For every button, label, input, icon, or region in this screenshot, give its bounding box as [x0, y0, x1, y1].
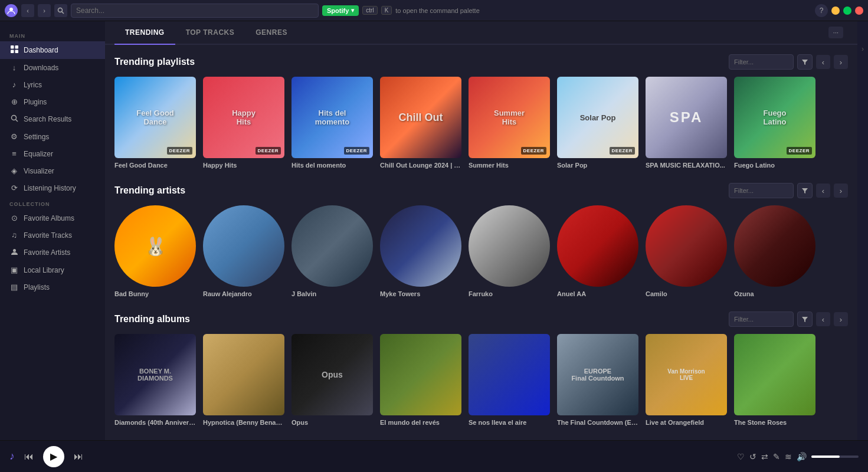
equalizer-player-icon[interactable]: ≋ — [785, 452, 792, 461]
artist-img-farruko — [469, 205, 550, 287]
albums-next[interactable]: › — [834, 312, 848, 326]
artist-card-jbalvin[interactable]: J Balvin — [291, 205, 373, 297]
album-card-hypnotica[interactable]: Hypnotica (Benny Benass... — [203, 334, 284, 426]
prev-track-button[interactable]: ⏮ — [21, 448, 37, 465]
playlists-next[interactable]: › — [834, 55, 848, 69]
playlist-card-fuego-latino[interactable]: FuegoLatino DEEZER Fuego Latino — [734, 77, 815, 169]
sidebar-item-search-results[interactable]: Search Results — [0, 110, 105, 128]
main-section-label: MAIN — [0, 28, 105, 41]
albums-filter[interactable] — [729, 312, 794, 327]
sidebar-item-equalizer[interactable]: ≡ Equalizer — [0, 145, 105, 162]
svg-point-1 — [58, 8, 63, 12]
artists-filter[interactable] — [729, 183, 794, 198]
lyrics-player-icon[interactable]: ✎ — [773, 452, 780, 461]
search-results-label: Search Results — [24, 115, 71, 123]
playlist-card-hits-del[interactable]: Hits delmomento DEEZER Hits del momento — [291, 77, 373, 169]
help-button[interactable]: ? — [815, 4, 828, 17]
sidebar-item-visualizer[interactable]: ◈ Visualizer — [0, 162, 105, 179]
playlist-card-feel-good[interactable]: Feel GoodDance DEEZER Feel Good Dance — [114, 77, 196, 169]
albums-prev[interactable]: ‹ — [816, 312, 830, 326]
playlist-card-summer-hits[interactable]: SummerHits DEEZER Summer Hits — [469, 77, 550, 169]
search-nav-button[interactable] — [54, 4, 67, 17]
heart-icon[interactable]: ♡ — [737, 452, 745, 461]
artist-card-camilo[interactable]: Camilo — [646, 205, 727, 297]
album-img-mundo — [380, 334, 461, 415]
next-track-button[interactable]: ⏭ — [70, 448, 87, 465]
playlist-card-solar-pop[interactable]: Solar Pop DEEZER Solar Pop — [557, 77, 638, 169]
artists-filter-button[interactable] — [797, 183, 813, 198]
album-card-se-nos[interactable]: Se nos lleva el aire — [469, 334, 550, 426]
artist-img-camilo — [646, 205, 727, 287]
playlist-title-happy-hits: Happy Hits — [203, 162, 284, 169]
album-card-mundo[interactable]: El mundo del revés — [380, 334, 461, 426]
more-button[interactable]: ··· — [828, 27, 843, 38]
refresh-icon[interactable]: ↺ — [749, 452, 756, 461]
svg-line-8 — [15, 120, 18, 122]
artist-card-farruko[interactable]: Farruko — [469, 205, 550, 297]
svg-point-9 — [13, 249, 16, 252]
tab-top-tracks[interactable]: TOP TRACKS — [175, 21, 245, 45]
playlist-img-chill-out: Chill Out — [380, 77, 461, 158]
sidebar-item-favorite-tracks[interactable]: ♫ Favorite Tracks — [0, 227, 105, 244]
playlists-filter[interactable] — [729, 54, 794, 70]
main-layout: MAIN Dashboard ↓ Downloads ♪ Lyrics ⊕ Pl… — [0, 21, 868, 440]
user-avatar[interactable] — [5, 4, 18, 17]
sidebar-item-listening-history[interactable]: ⟳ Listening History — [0, 179, 105, 196]
album-card-europe[interactable]: EUROPEFinal Countdown The Final Countdow… — [557, 334, 638, 426]
playlists-filter-button[interactable] — [797, 54, 813, 70]
artist-card-anuel[interactable]: Anuel AA — [557, 205, 638, 297]
volume-fill — [811, 455, 840, 458]
artist-title-farruko: Farruko — [469, 290, 550, 297]
content-area: TRENDING TOP TRACKS GENRES ··· Trending … — [105, 21, 857, 440]
volume-icon[interactable]: 🔊 — [797, 452, 807, 461]
sidebar-item-settings[interactable]: ⚙ Settings — [0, 128, 105, 145]
album-card-live[interactable]: Van MorrisonLIVE Live at Orangefield — [646, 334, 727, 426]
artist-card-ozuna[interactable]: Ozuna — [734, 205, 815, 297]
albums-filter-button[interactable] — [797, 312, 813, 327]
search-input[interactable] — [71, 4, 319, 18]
artist-card-bad-bunny[interactable]: 🐰 Bad Bunny — [114, 205, 196, 297]
sidebar-item-local-library[interactable]: ▣ Local Library — [0, 261, 105, 278]
album-img-stone-roses — [734, 334, 815, 415]
shuffle-icon[interactable]: ⇄ — [761, 452, 768, 461]
sidebar-item-dashboard[interactable]: Dashboard — [0, 41, 105, 59]
album-card-stone-roses[interactable]: The Stone Roses — [734, 334, 815, 426]
playlist-img-feel-good: Feel GoodDance DEEZER — [114, 77, 196, 158]
artist-img-jbalvin — [291, 205, 373, 287]
sidebar-item-playlists[interactable]: ▤ Playlists — [0, 278, 105, 296]
forward-button[interactable]: › — [38, 4, 51, 17]
artist-img-ozuna — [734, 205, 815, 287]
search-results-icon — [9, 114, 19, 124]
album-img-live: Van MorrisonLIVE — [646, 334, 727, 415]
right-panel-toggle[interactable]: › — [857, 21, 868, 440]
sidebar-item-lyrics[interactable]: ♪ Lyrics — [0, 76, 105, 93]
artists-prev[interactable]: ‹ — [816, 183, 830, 198]
fav-artists-icon — [9, 248, 19, 257]
playlist-card-chill-out[interactable]: Chill Out Chill Out Lounge 2024 | S... — [380, 77, 461, 169]
playlists-prev[interactable]: ‹ — [816, 55, 830, 69]
playlist-card-spa[interactable]: SPA SPA MUSIC RELAXATIO... — [646, 77, 727, 169]
close-button[interactable]: ✕ — [855, 6, 863, 15]
spotify-button[interactable]: Spotify ▾ — [322, 5, 359, 16]
minimize-button[interactable]: – — [831, 6, 840, 15]
maximize-button[interactable]: □ — [843, 6, 851, 15]
back-button[interactable]: ‹ — [21, 4, 34, 17]
sidebar-item-downloads[interactable]: ↓ Downloads — [0, 59, 105, 76]
volume-slider[interactable] — [811, 455, 859, 458]
sidebar-item-plugins[interactable]: ⊕ Plugins — [0, 93, 105, 110]
tab-genres[interactable]: GENRES — [245, 21, 298, 45]
visualizer-label: Visualizer — [24, 167, 54, 175]
sidebar-item-favorite-artists[interactable]: Favorite Artists — [0, 244, 105, 261]
playlist-card-happy-hits[interactable]: HappyHits DEEZER Happy Hits — [203, 77, 284, 169]
tab-trending[interactable]: TRENDING — [114, 21, 175, 45]
sidebar-item-favorite-albums[interactable]: ⊙ Favorite Albums — [0, 209, 105, 227]
artist-card-rauw[interactable]: Rauw Alejandro — [203, 205, 284, 297]
artists-next[interactable]: › — [834, 183, 848, 198]
artists-controls: ‹ › — [729, 183, 848, 198]
album-card-diamonds[interactable]: BONEY M.DIAMONDS Diamonds (40th Annivers… — [114, 334, 196, 426]
albums-grid: BONEY M.DIAMONDS Diamonds (40th Annivers… — [114, 334, 848, 426]
album-card-opus[interactable]: Opus Opus — [291, 334, 373, 426]
artist-title-myke: Myke Towers — [380, 290, 461, 297]
artist-card-myke[interactable]: Myke Towers — [380, 205, 461, 297]
play-pause-button[interactable]: ▶ — [43, 446, 64, 467]
